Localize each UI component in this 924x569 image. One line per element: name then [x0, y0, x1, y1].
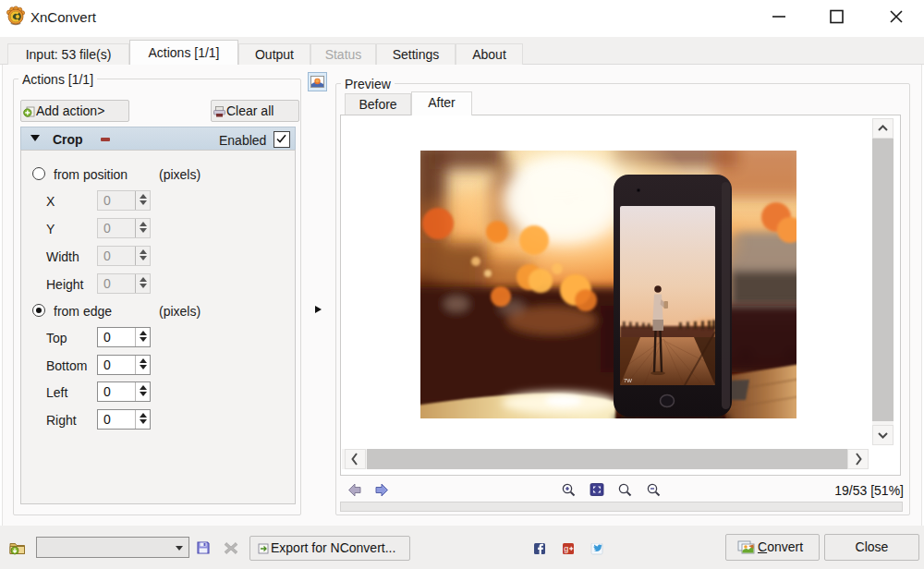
svg-text:g: g [564, 544, 568, 553]
svg-text:7W: 7W [624, 378, 632, 383]
